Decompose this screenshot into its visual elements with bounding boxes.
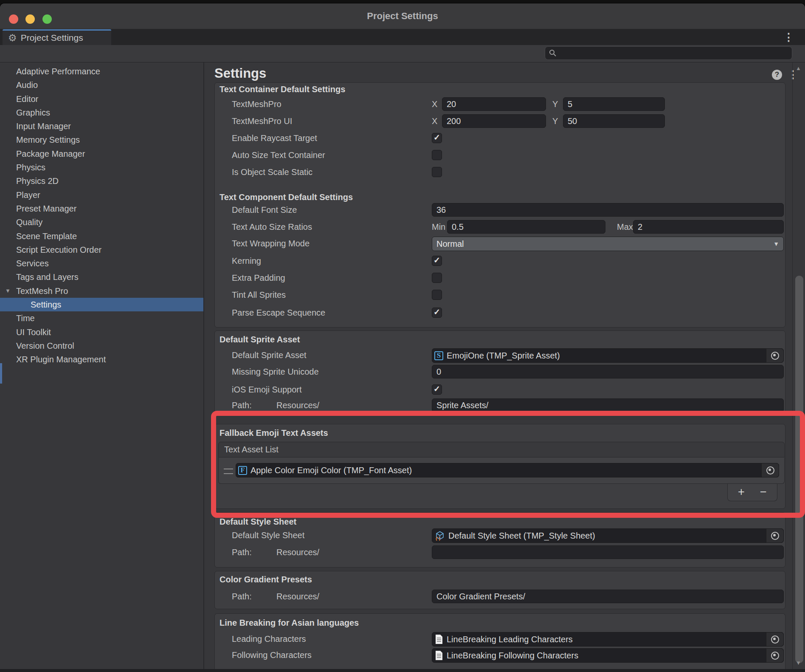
chevron-down-icon[interactable]: ▼ (5, 284, 11, 298)
add-item-button[interactable]: + (738, 484, 745, 500)
sidebar-item-textmeshpro-settings[interactable]: Settings (0, 298, 203, 311)
text-asset-list-header[interactable]: Text Asset List (218, 442, 785, 457)
tabbar-menu-icon[interactable]: ⋮ (783, 32, 794, 42)
tab-project-settings[interactable]: ⚙ Project Settings (3, 29, 111, 45)
tint-all-sprites-checkbox[interactable] (432, 290, 442, 300)
field-sublabel: Resources/ (276, 398, 319, 412)
default-sprite-asset-object-field[interactable]: S EmojiOne (TMP_Sprite Asset) (432, 348, 784, 363)
textmeshpro-x-input[interactable]: 20 (442, 97, 546, 111)
row-text-wrapping-mode: Text Wrapping Mode Normal ▼ (215, 237, 785, 251)
section-header: Line Breaking for Asian languages (220, 618, 359, 628)
object-picker-button[interactable] (761, 463, 779, 477)
fallback-font-asset-object-field[interactable]: F Apple Color Emoji Color (TMP_Font Asse… (236, 463, 779, 477)
svg-text:{}: {} (435, 536, 441, 541)
sidebar-item-memory-settings[interactable]: Memory Settings (0, 133, 203, 147)
sidebar-item-scene-template[interactable]: Scene Template (0, 229, 203, 243)
help-icon[interactable]: ? (772, 70, 782, 80)
object-field-value: LineBreaking Following Characters (447, 651, 578, 661)
search-input[interactable] (557, 48, 779, 58)
sidebar-item-time[interactable]: Time (0, 311, 203, 325)
text-asset-icon (435, 634, 443, 644)
kerning-checkbox[interactable] (432, 256, 442, 266)
auto-size-text-container-checkbox[interactable] (432, 150, 442, 160)
sidebar-item-adaptive-performance[interactable]: Adaptive Performance (0, 65, 203, 78)
drag-handle-icon[interactable] (224, 469, 233, 474)
gradient-presets-path-input[interactable]: Color Gradient Presets/ (432, 590, 784, 603)
sidebar-item-services[interactable]: Services (0, 257, 203, 270)
textmeshpro-ui-x-input[interactable]: 200 (442, 114, 546, 128)
parse-escape-sequence-checkbox[interactable] (432, 308, 442, 318)
sidebar-item-player[interactable]: Player (0, 188, 203, 202)
row-auto-size-text-container: Auto Size Text Container (215, 148, 785, 162)
scroll-up-icon[interactable]: ▲ (796, 65, 801, 71)
sidebar-item-version-control[interactable]: Version Control (0, 339, 203, 353)
page-title: Settings (214, 66, 266, 81)
text-asset-icon (435, 650, 443, 661)
textmeshpro-y-input[interactable]: 5 (563, 97, 665, 111)
sidebar-item-physics[interactable]: Physics (0, 161, 203, 174)
auto-size-min-input[interactable]: 0.5 (447, 220, 605, 234)
sidebar-item-input-manager[interactable]: Input Manager (0, 119, 203, 133)
row-parse-escape-sequence: Parse Escape Sequence (215, 306, 785, 319)
sidebar-item-tags-and-layers[interactable]: Tags and Layers (0, 270, 203, 284)
leading-characters-object-field[interactable]: LineBreaking Leading Characters (432, 632, 784, 647)
field-label: Missing Sprite Unicode (232, 365, 319, 378)
enable-raycast-target-checkbox[interactable] (432, 133, 442, 143)
object-picker-button[interactable] (766, 529, 783, 542)
is-object-scale-static-checkbox[interactable] (432, 167, 442, 177)
auto-size-max-input[interactable]: 2 (633, 220, 784, 234)
textmeshpro-ui-y-input[interactable]: 50 (563, 114, 665, 128)
row-default-font-size: Default Font Size 36 (215, 203, 785, 217)
titlebar: Project Settings (0, 3, 805, 29)
row-ios-emoji-support: iOS Emoji Support (215, 383, 785, 396)
field-label: iOS Emoji Support (232, 383, 302, 396)
section-header: Text Container Default Settings (220, 85, 345, 94)
sidebar-item-script-execution-order[interactable]: Script Execution Order (0, 243, 203, 257)
sidebar-item-editor[interactable]: Editor (0, 92, 203, 106)
style-sheet-path-input[interactable] (432, 545, 784, 559)
sidebar-item-package-manager[interactable]: Package Manager (0, 147, 203, 161)
field-label: Default Sprite Asset (232, 348, 307, 362)
object-field-value: Default Style Sheet (TMP_Style Sheet) (448, 531, 595, 541)
sidebar-item-xr-plugin-management[interactable]: XR Plugin Management (0, 353, 203, 366)
row-tint-all-sprites: Tint All Sprites (215, 288, 785, 302)
row-is-object-scale-static: Is Object Scale Static (215, 165, 785, 179)
object-picker-button[interactable] (766, 649, 783, 662)
sprite-path-input[interactable]: Sprite Assets/ (432, 398, 784, 412)
sidebar-item-quality[interactable]: Quality (0, 215, 203, 229)
sidebar-item-preset-manager[interactable]: Preset Manager (0, 202, 203, 215)
scroll-down-icon[interactable]: ▼ (796, 660, 801, 666)
section-header: Fallback Emoji Text Assets (220, 428, 328, 438)
section-header: Default Sprite Asset (220, 335, 300, 344)
extra-padding-checkbox[interactable] (432, 273, 442, 283)
row-missing-sprite-unicode: Missing Sprite Unicode 0 (215, 365, 785, 378)
sidebar-item-graphics[interactable]: Graphics (0, 106, 203, 119)
window-bottom-edge (0, 669, 805, 672)
sidebar-item-physics-2d[interactable]: Physics 2D (0, 174, 203, 188)
object-picker-button[interactable] (766, 632, 783, 646)
search-box[interactable] (545, 46, 792, 60)
sidebar-item-ui-toolkit[interactable]: UI Toolkit (0, 325, 203, 339)
field-sublabel: Resources/ (276, 590, 319, 603)
x-axis-label: X (432, 114, 437, 128)
body-area: Adaptive Performance Audio Editor Graphi… (0, 62, 805, 669)
dropdown-value: Normal (436, 239, 464, 248)
ios-emoji-support-checkbox[interactable] (432, 384, 442, 395)
missing-sprite-unicode-input[interactable]: 0 (432, 365, 784, 378)
sidebar-item-textmesh-pro[interactable]: ▼TextMesh Pro (0, 284, 203, 298)
row-enable-raycast-target: Enable Raycast Target (215, 131, 785, 145)
gear-icon: ⚙ (8, 33, 17, 43)
vertical-scrollbar-thumb[interactable] (795, 276, 803, 663)
object-picker-icon (771, 635, 779, 644)
sidebar-item-audio[interactable]: Audio (0, 78, 203, 92)
default-font-size-input[interactable]: 36 (432, 203, 784, 217)
object-picker-button[interactable] (766, 349, 783, 362)
field-label: Default Font Size (232, 203, 297, 217)
text-wrapping-mode-dropdown[interactable]: Normal ▼ (432, 237, 784, 251)
remove-item-button[interactable]: − (760, 484, 767, 500)
object-field-value: LineBreaking Leading Characters (447, 635, 573, 644)
following-characters-object-field[interactable]: LineBreaking Following Characters (432, 648, 784, 663)
default-style-sheet-object-field[interactable]: {} Default Style Sheet (TMP_Style Sheet) (432, 528, 784, 543)
row-style-sheet-path: Path: Resources/ (215, 545, 785, 559)
row-leading-characters: Leading Characters LineBreaking Leading … (215, 632, 785, 647)
